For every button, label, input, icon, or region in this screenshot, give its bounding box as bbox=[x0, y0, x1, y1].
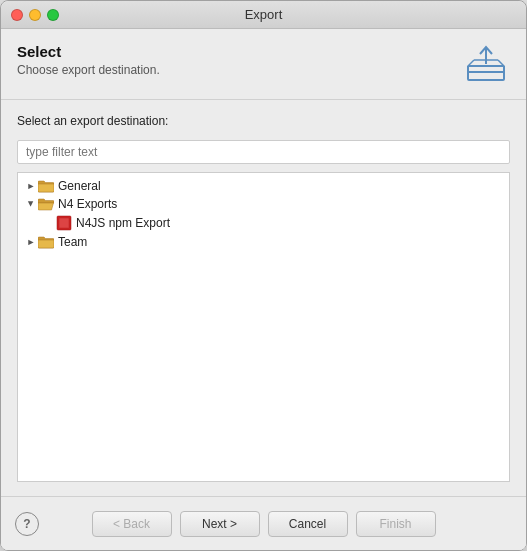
main-content: Select Choose export destination. Select… bbox=[1, 29, 526, 550]
title-bar: Export bbox=[1, 1, 526, 29]
back-button[interactable]: < Back bbox=[92, 511, 172, 537]
export-icon bbox=[462, 43, 510, 85]
tree-arrow-general: ► bbox=[24, 179, 38, 193]
section-label: Select an export destination: bbox=[17, 114, 510, 128]
footer-buttons: < Back Next > Cancel Finish bbox=[39, 511, 488, 537]
finish-button[interactable]: Finish bbox=[356, 511, 436, 537]
tree-item-team[interactable]: ► Team bbox=[18, 233, 509, 251]
page-title: Select bbox=[17, 43, 160, 60]
dialog-header: Select Choose export destination. bbox=[1, 29, 526, 100]
window-controls bbox=[11, 9, 59, 21]
dialog-content: Select an export destination: ► General … bbox=[1, 100, 526, 496]
tree-label-general: General bbox=[58, 179, 101, 193]
dialog-footer: ? < Back Next > Cancel Finish bbox=[1, 496, 526, 550]
tree-arrow-team: ► bbox=[24, 235, 38, 249]
cancel-button[interactable]: Cancel bbox=[268, 511, 348, 537]
tree-label-n4exports: N4 Exports bbox=[58, 197, 117, 211]
tree-container[interactable]: ► General ► N4 Exports ► bbox=[17, 172, 510, 482]
export-icon-svg bbox=[464, 44, 508, 84]
tree-item-n4js-npm[interactable]: ► N4JS npm Export bbox=[18, 213, 509, 233]
filter-input[interactable] bbox=[17, 140, 510, 164]
minimize-button[interactable] bbox=[29, 9, 41, 21]
help-button[interactable]: ? bbox=[15, 512, 39, 536]
tree-item-general[interactable]: ► General bbox=[18, 177, 509, 195]
close-button[interactable] bbox=[11, 9, 23, 21]
header-text-block: Select Choose export destination. bbox=[17, 43, 160, 77]
folder-icon-general bbox=[38, 180, 54, 193]
page-subtitle: Choose export destination. bbox=[17, 63, 160, 77]
folder-icon-n4exports bbox=[38, 198, 54, 211]
svg-rect-6 bbox=[59, 218, 69, 228]
item-icon-n4js-npm bbox=[56, 215, 72, 231]
tree-label-n4js-npm: N4JS npm Export bbox=[76, 216, 170, 230]
window-title: Export bbox=[245, 7, 283, 22]
tree-arrow-n4exports: ► bbox=[24, 197, 38, 211]
folder-icon-team bbox=[38, 236, 54, 249]
tree-item-n4exports[interactable]: ► N4 Exports bbox=[18, 195, 509, 213]
next-button[interactable]: Next > bbox=[180, 511, 260, 537]
maximize-button[interactable] bbox=[47, 9, 59, 21]
tree-label-team: Team bbox=[58, 235, 87, 249]
